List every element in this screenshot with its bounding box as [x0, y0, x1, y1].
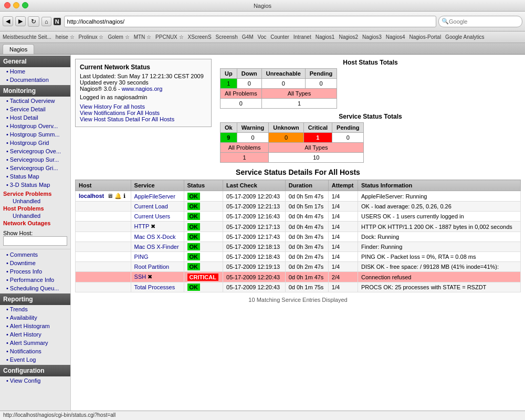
sidebar-item-view-config[interactable]: View Config — [0, 376, 70, 385]
col-status-info[interactable]: Status Information — [358, 180, 521, 191]
home-button[interactable]: ⌂ — [41, 17, 51, 26]
sidebar-item-trends[interactable]: Trends — [0, 305, 70, 313]
sidebar-item-status-map[interactable]: Status Map — [0, 172, 70, 181]
col-service[interactable]: Service — [131, 180, 184, 191]
sidebar-item-servicegroup-summary[interactable]: Servicegroup Sur... — [0, 155, 70, 164]
col-status[interactable]: Status — [184, 180, 223, 191]
sidebar-item-performance-info[interactable]: Performance Info — [0, 276, 70, 284]
service-link[interactable]: Mac OS X-Dock — [134, 234, 176, 240]
sidebar-item-hostgroup-overview[interactable]: Hostgroup Overv... — [0, 122, 70, 130]
sidebar-item-scheduling-queue[interactable]: Scheduling Queu... — [0, 284, 70, 292]
svc-col-critical[interactable]: Critical — [303, 123, 332, 133]
svc-col-warning[interactable]: Warning — [237, 123, 269, 133]
address-bar[interactable] — [64, 16, 436, 27]
sidebar-item-alert-histogram[interactable]: Alert Histogram — [0, 322, 70, 330]
svc-val-ok[interactable]: 9 — [220, 133, 237, 143]
svc-col-unknown[interactable]: Unknown — [269, 123, 304, 133]
search-input[interactable] — [449, 18, 517, 25]
sidebar-item-service-detail[interactable]: Service Detail — [0, 105, 70, 113]
bookmark-mtn[interactable]: MTN ☆ — [134, 34, 151, 40]
svc-all-types[interactable]: All Types — [269, 143, 364, 153]
service-link[interactable]: HTTP — [134, 223, 150, 229]
host-val-pending[interactable]: 0 — [305, 79, 337, 89]
bookmark-nagios4[interactable]: Nagios4 — [386, 34, 405, 40]
col-last-check[interactable]: Last Check — [223, 180, 286, 191]
host-all-problems[interactable]: All Problems — [220, 89, 262, 99]
sidebar-item-hostgroup-summary[interactable]: Hostgroup Summ... — [0, 130, 70, 139]
view-host-status-link[interactable]: View Host Status Detail For All Hosts — [80, 116, 174, 122]
bookmark-ppcnux[interactable]: PPCNUX ☆ — [155, 34, 183, 40]
sidebar-item-host-detail[interactable]: Host Detail — [0, 113, 70, 122]
maximize-button[interactable] — [22, 2, 28, 8]
sidebar-item-unhandled-service[interactable]: Unhandled — [3, 197, 67, 205]
bookmark-golem[interactable]: Golem ☆ — [108, 34, 129, 40]
sidebar-item-hostgroup-grid[interactable]: Hostgroup Grid — [0, 139, 70, 147]
service-link[interactable]: Mac OS X-Finder — [134, 244, 179, 250]
bookmark-nagios2[interactable]: Nagios2 — [339, 34, 358, 40]
service-link[interactable]: Total Processes — [134, 284, 175, 290]
view-history-link[interactable]: View History For all hosts — [80, 103, 145, 110]
show-host-input[interactable] — [3, 236, 67, 246]
sidebar-item-servicegroup-grid[interactable]: Servicegroup Gri... — [0, 164, 70, 172]
sidebar-item-alert-history[interactable]: Alert History — [0, 330, 70, 339]
sidebar-item-event-log[interactable]: Event Log — [0, 355, 70, 364]
sidebar-item-3d-status-map[interactable]: 3-D Status Map — [0, 181, 70, 189]
bookmark-intranet[interactable]: Intranet — [293, 34, 311, 40]
host-col-up[interactable]: Up — [220, 69, 237, 79]
host-col-unreachable[interactable]: Unreachable — [261, 69, 305, 79]
bookmark-xscreens[interactable]: XScreenS — [188, 34, 212, 40]
host-col-down[interactable]: Down — [237, 69, 261, 79]
forward-button[interactable]: ▶ — [15, 16, 26, 26]
view-notifications-link[interactable]: View Notifications For All Hosts — [80, 110, 160, 116]
close-button[interactable] — [4, 2, 10, 8]
tab-nagios[interactable]: Nagios — [3, 44, 34, 54]
service-link[interactable]: AppleFileServer — [134, 193, 175, 200]
svc-val-critical[interactable]: 1 — [303, 133, 332, 143]
sidebar-item-availability[interactable]: Availability — [0, 313, 70, 322]
bookmark-heise[interactable]: heise ☆ — [56, 34, 75, 40]
sidebar-item-alert-summary[interactable]: Alert Summary — [0, 339, 70, 347]
sidebar-item-process-info[interactable]: Process Info — [0, 267, 70, 276]
svc-val-pending[interactable]: 0 — [332, 133, 364, 143]
host-link[interactable]: localhost — [79, 193, 104, 199]
version-link[interactable]: www.nagios.org — [122, 86, 163, 92]
host-val-unreachable[interactable]: 0 — [261, 79, 305, 89]
sidebar-item-notifications[interactable]: Notifications — [0, 347, 70, 355]
sidebar-item-home[interactable]: Home — [0, 67, 70, 76]
host-val-down[interactable]: 0 — [237, 79, 261, 89]
bookmark-voc[interactable]: Voc — [258, 34, 267, 40]
bookmark-nagios1[interactable]: Nagios1 — [316, 34, 335, 40]
sidebar-item-servicegroup-overview[interactable]: Servicegroup Ove... — [0, 147, 70, 155]
sidebar-item-documentation[interactable]: Documentation — [0, 76, 70, 84]
service-link[interactable]: Current Users — [134, 213, 170, 219]
back-button[interactable]: ◀ — [3, 16, 13, 26]
col-host[interactable]: Host — [76, 180, 131, 191]
service-link[interactable]: PING — [134, 254, 149, 260]
sidebar-item-tactical-overview[interactable]: Tactical Overview — [0, 97, 70, 105]
svc-col-pending[interactable]: Pending — [332, 123, 364, 133]
col-attempt[interactable]: Attempt — [328, 180, 358, 191]
bookmark-meistbesucht[interactable]: Meistbesuchte Seit... — [3, 34, 51, 40]
service-link[interactable]: Current Load — [134, 203, 168, 209]
col-duration[interactable]: Duration — [285, 180, 328, 191]
host-val-up[interactable]: 1 — [220, 79, 237, 89]
service-link[interactable]: SSH — [134, 274, 146, 280]
host-col-pending[interactable]: Pending — [305, 69, 337, 79]
service-link[interactable]: Root Partition — [134, 264, 170, 270]
sidebar-item-unhandled-host[interactable]: Unhandled — [3, 212, 67, 220]
svc-val-warning[interactable]: 0 — [237, 133, 269, 143]
svc-all-problems[interactable]: All Problems — [220, 143, 269, 153]
sidebar-item-downtime[interactable]: Downtime — [0, 259, 70, 267]
bookmark-screensh[interactable]: Screensh — [216, 34, 238, 40]
bookmark-nagiosportal[interactable]: Nagios-Portal — [410, 34, 442, 40]
bookmark-prolinux[interactable]: Prolinux ☆ — [79, 34, 104, 40]
bookmark-counter[interactable]: Counter — [270, 34, 289, 40]
sidebar-item-comments[interactable]: Comments — [0, 250, 70, 259]
bookmark-g4m[interactable]: G4M — [242, 34, 254, 40]
host-all-types[interactable]: All Types — [261, 89, 337, 99]
svc-col-ok[interactable]: Ok — [220, 123, 237, 133]
bookmark-nagios3[interactable]: Nagios3 — [362, 34, 382, 40]
bookmark-googleanalytics[interactable]: Google Analytics — [445, 34, 485, 40]
minimize-button[interactable] — [13, 2, 19, 8]
reload-button[interactable]: ↻ — [28, 16, 39, 27]
